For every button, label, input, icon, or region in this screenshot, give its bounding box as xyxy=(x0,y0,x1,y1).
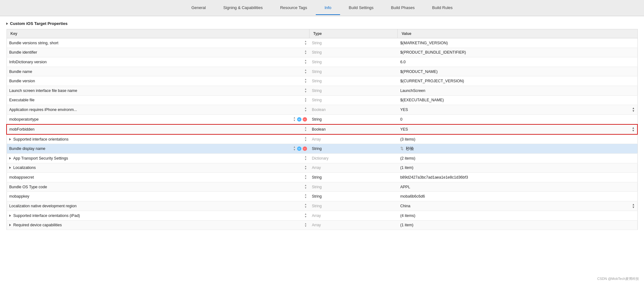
tab-general[interactable]: General xyxy=(183,1,214,15)
value-text: b89d2427a3bc7ad1aea1e1e8c1d36bf3 xyxy=(400,175,468,180)
table-row: Launch screen interface file base name▲▼… xyxy=(7,86,637,95)
add-button[interactable]: + xyxy=(297,146,301,151)
stepper-updown-icon[interactable]: ▲▼ xyxy=(305,137,307,142)
stepper-updown-icon[interactable]: ▲▼ xyxy=(305,98,307,103)
footer-note: CSDN @MobTech麦博科技 xyxy=(597,276,639,281)
key-cell-3: Bundle name▲▼ xyxy=(7,67,310,76)
value-text: 秒验 xyxy=(406,146,414,151)
key-text: Bundle identifier xyxy=(9,50,37,55)
type-cell-1: String xyxy=(310,48,398,57)
key-cell-1: Bundle identifier▲▼ xyxy=(7,48,310,57)
type-cell-6: String xyxy=(310,95,398,105)
tab-resource-tags[interactable]: Resource Tags xyxy=(272,1,316,15)
stepper-updown-icon[interactable]: ▲▼ xyxy=(305,194,307,199)
stepper-updown-icon[interactable]: ▲▼ xyxy=(305,223,307,228)
value-stepper-icon[interactable]: ▲▼ xyxy=(632,107,635,113)
key-text: Launch screen interface file base name xyxy=(9,89,77,93)
key-cell-4: Bundle version▲▼ xyxy=(7,76,310,86)
type-cell-13: Array xyxy=(310,163,398,173)
remove-button[interactable]: − xyxy=(303,146,307,151)
table-header-row: Key Type Value xyxy=(7,29,637,38)
value-cell-1: $(PRODUCT_BUNDLE_IDENTIFIER) xyxy=(398,48,637,57)
value-text: APPL xyxy=(400,185,410,189)
stepper-updown-icon[interactable]: ▲▼ xyxy=(305,156,307,161)
tab-build-settings[interactable]: Build Settings xyxy=(340,1,382,15)
stepper-updown-icon[interactable]: ▲▼ xyxy=(305,59,307,65)
stepper-updown-icon[interactable]: ▲▼ xyxy=(305,69,307,74)
key-cell-14: mobappsecret▲▼ xyxy=(7,173,310,182)
tab-signing[interactable]: Signing & Capabilities xyxy=(214,1,271,15)
value-text: China xyxy=(400,204,411,208)
value-text: moba6b6c6d6 xyxy=(400,194,425,199)
key-cell-11: Bundle display name▲▼+− xyxy=(7,144,310,154)
key-cell-13: Localizations▲▼ xyxy=(7,163,310,173)
expand-triangle-icon[interactable] xyxy=(9,214,11,217)
type-cell-7: Boolean xyxy=(310,105,398,115)
value-text: $(EXECUTABLE_NAME) xyxy=(400,98,444,102)
stepper-updown-icon[interactable]: ▲▼ xyxy=(305,50,307,55)
table-row: mobappsecret▲▼Stringb89d2427a3bc7ad1aea1… xyxy=(7,173,637,182)
table-row: Supported interface orientations▲▼Array(… xyxy=(7,134,637,144)
value-text: (2 items) xyxy=(400,156,416,161)
type-cell-11: String xyxy=(310,144,398,154)
value-text: LaunchScreen xyxy=(400,89,425,93)
value-text: $(PRODUCT_BUNDLE_IDENTIFIER) xyxy=(400,50,466,55)
key-cell-18: Supported interface orientations (iPad)▲… xyxy=(7,211,310,220)
key-text: Required device capabilities xyxy=(13,223,62,227)
key-text: mobForbidden xyxy=(9,127,35,132)
value-prefix: ⇅ xyxy=(400,146,405,151)
stepper-updown-icon[interactable]: ▲▼ xyxy=(305,78,307,84)
col-header-type: Type xyxy=(310,29,398,38)
value-cell-9: YES▲▼ xyxy=(398,124,637,134)
value-cell-6: $(EXECUTABLE_NAME) xyxy=(398,95,637,105)
value-cell-14: b89d2427a3bc7ad1aea1e1e8c1d36bf3 xyxy=(398,173,637,182)
stepper-updown-icon[interactable]: ▲▼ xyxy=(305,175,307,180)
stepper-updown-icon[interactable]: ▲▼ xyxy=(305,203,307,209)
value-text: $(PRODUCT_NAME) xyxy=(400,70,438,74)
type-cell-15: String xyxy=(310,182,398,192)
value-cell-11: ⇅ 秒验 xyxy=(398,144,637,154)
value-cell-13: (1 item) xyxy=(398,163,637,173)
table-row: Supported interface orientations (iPad)▲… xyxy=(7,211,637,220)
value-cell-18: (4 items) xyxy=(398,211,637,220)
stepper-updown-icon[interactable]: ▲▼ xyxy=(293,146,296,151)
add-button[interactable]: + xyxy=(297,117,301,122)
tab-info[interactable]: Info xyxy=(316,1,340,15)
stepper-updown-icon[interactable]: ▲▼ xyxy=(305,184,307,190)
stepper-updown-icon[interactable]: ▲▼ xyxy=(305,165,307,171)
tab-build-rules[interactable]: Build Rules xyxy=(423,1,461,15)
key-cell-5: Launch screen interface file base name▲▼ xyxy=(7,86,310,95)
remove-button[interactable]: − xyxy=(303,117,307,122)
expand-triangle-icon[interactable] xyxy=(9,166,11,169)
expand-triangle-icon[interactable] xyxy=(9,157,11,160)
stepper-updown-icon[interactable]: ▲▼ xyxy=(305,107,307,113)
stepper-updown-icon[interactable]: ▲▼ xyxy=(305,127,307,132)
value-cell-2: 6.0 xyxy=(398,57,637,67)
key-text: InfoDictionary version xyxy=(9,60,47,64)
stepper-updown-icon[interactable]: ▲▼ xyxy=(305,88,307,94)
value-text: (1 item) xyxy=(400,223,413,227)
value-text: $(CURRENT_PROJECT_VERSION) xyxy=(400,79,464,83)
section-title: Custom iOS Target Properties xyxy=(10,21,68,26)
key-cell-10: Supported interface orientations▲▼ xyxy=(7,134,310,144)
table-row: moboperatortype▲▼+−String0 xyxy=(7,115,637,124)
stepper-updown-icon[interactable]: ▲▼ xyxy=(305,213,307,218)
key-text: Localization native development region xyxy=(9,204,77,208)
type-cell-0: String xyxy=(310,38,398,48)
col-header-key: Key xyxy=(7,29,310,38)
key-cell-17: Localization native development region▲▼ xyxy=(7,201,310,211)
stepper-updown-icon[interactable]: ▲▼ xyxy=(293,117,296,122)
type-cell-12: Dictionary xyxy=(310,153,398,163)
value-stepper-icon[interactable]: ▲▼ xyxy=(632,203,635,209)
key-text: mobappsecret xyxy=(9,175,34,180)
value-text: (4 items) xyxy=(400,213,416,218)
table-row: mobappkey▲▼Stringmoba6b6c6d6 xyxy=(7,192,637,201)
tab-bar: GeneralSigning & CapabilitiesResource Ta… xyxy=(0,0,644,16)
expand-triangle-icon[interactable] xyxy=(9,138,11,141)
key-cell-8: moboperatortype▲▼+− xyxy=(7,115,310,124)
stepper-updown-icon[interactable]: ▲▼ xyxy=(305,40,307,46)
value-stepper-icon[interactable]: ▲▼ xyxy=(632,127,635,132)
type-cell-14: String xyxy=(310,173,398,182)
tab-build-phases[interactable]: Build Phases xyxy=(382,1,423,15)
expand-triangle-icon[interactable] xyxy=(9,224,11,226)
